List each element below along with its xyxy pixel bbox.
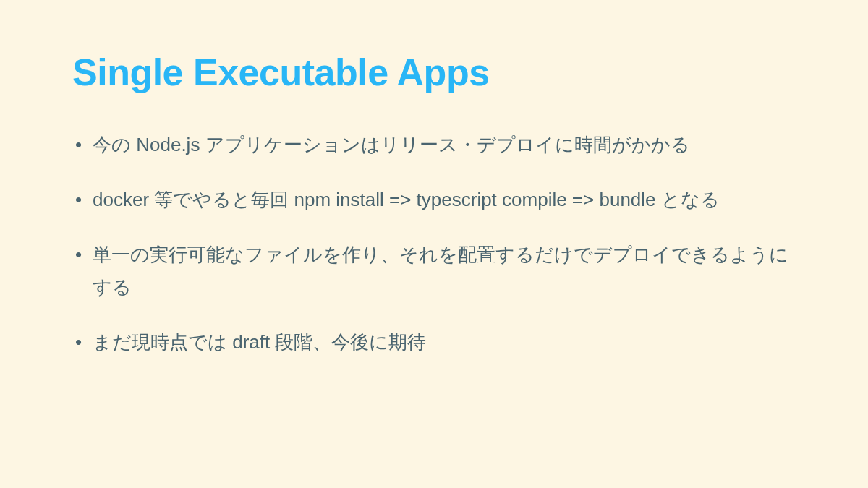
bullet-list: 今の Node.js アプリケーションはリリース・デプロイに時間がかかる doc…	[72, 129, 796, 358]
slide-title: Single Executable Apps	[72, 51, 796, 94]
bullet-item: 今の Node.js アプリケーションはリリース・デプロイに時間がかかる	[72, 129, 796, 160]
bullet-item: docker 等でやると毎回 npm install => typescript…	[72, 184, 796, 215]
bullet-item: まだ現時点では draft 段階、今後に期待	[72, 326, 796, 358]
bullet-item: 単一の実行可能なファイルを作り、それを配置するだけでデプロイできるようにする	[72, 239, 796, 302]
